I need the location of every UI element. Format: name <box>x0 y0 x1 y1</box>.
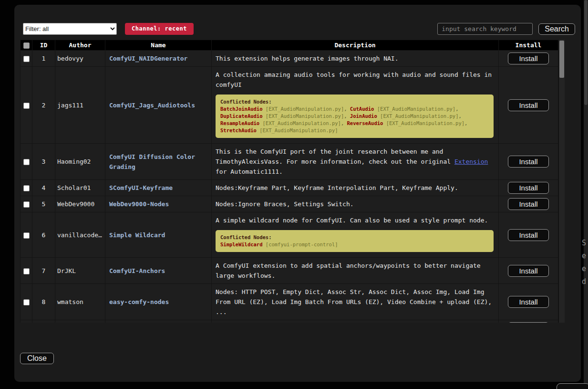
row-name-cell: ComfyUI_NAIDGenerator <box>105 51 212 67</box>
table-row: 3Haoming02ComfyUI Diffusion Color Gradin… <box>21 144 558 180</box>
search-input[interactable] <box>437 23 533 35</box>
select-all-checkbox[interactable] <box>23 42 30 49</box>
row-author: SoftMeng <box>55 320 105 323</box>
row-author: wmatson <box>55 284 105 320</box>
row-checkbox[interactable] <box>23 299 30 305</box>
close-button[interactable]: Close <box>20 353 54 364</box>
row-checkbox[interactable] <box>23 268 30 274</box>
table-row: 4Scholar01SComfyUI-KeyframeNodes:Keyfram… <box>21 180 558 196</box>
install-button[interactable]: Install <box>508 182 548 194</box>
row-id: 1 <box>32 51 55 67</box>
node-name-link[interactable]: ComfyUI Diffusion Color Grading <box>109 153 195 170</box>
row-checkbox[interactable] <box>23 159 30 165</box>
edge-glyph: d <box>582 277 588 286</box>
description-text: A collection amazing audio tools for wor… <box>216 70 495 90</box>
row-description: This extension helps generate images thr… <box>212 51 499 67</box>
node-name-link[interactable]: SComfyUI-Keyframe <box>109 184 173 191</box>
edge-glyph: S <box>582 239 588 247</box>
row-install-cell: Install <box>499 51 558 67</box>
row-id: 7 <box>32 258 55 284</box>
row-checkbox[interactable] <box>23 232 30 239</box>
install-button[interactable]: Install <box>508 265 548 277</box>
conflict-node-name: ReverseAudio <box>347 120 383 126</box>
edge-glyph: e <box>582 264 588 273</box>
conflict-ext-name: [EXT_AudioManipulation.py] <box>263 106 344 112</box>
row-id: 2 <box>32 67 55 144</box>
conflict-warning-title: Conflicted Nodes: <box>220 234 489 241</box>
table-scrollbar-thumb[interactable] <box>559 41 564 78</box>
table-row: 9SoftMengComfyUI_Mexx_StylerNodes: Comfy… <box>21 320 558 323</box>
row-name-cell: ComfyUI-Anchors <box>105 258 212 284</box>
row-install-cell: Install <box>499 320 558 323</box>
row-author: Scholar01 <box>55 180 105 196</box>
page-scrollbar[interactable] <box>584 0 588 389</box>
partially-visible-button[interactable] <box>557 383 588 389</box>
row-checkbox[interactable] <box>23 56 30 62</box>
description-text: This is the ComfyUI port of the joint re… <box>216 147 495 177</box>
node-name-link[interactable]: ComfyUI_NAIDGenerator <box>109 55 187 62</box>
edge-glyph: e <box>582 252 588 260</box>
nodes-table: ID Author Name Description Install 1bedo… <box>20 40 558 323</box>
row-install-cell: Install <box>499 258 558 284</box>
row-checkbox[interactable] <box>23 103 30 109</box>
conflict-ext-name: [comfyui-prompt-control] <box>263 242 338 247</box>
conflict-ext-name: [EXT_AudioManipulation.py] <box>263 113 344 119</box>
table-row: 5WebDev9000WebDev9000-NodesNodes:Ignore … <box>21 196 558 212</box>
install-custom-nodes-dialog: Filter: all Channel: recent Search ID Au… <box>14 5 581 382</box>
row-author: bedovyy <box>55 51 105 67</box>
page-scrollbar-thumb[interactable] <box>584 0 588 105</box>
row-install-cell: Install <box>499 180 558 196</box>
description-text: Nodes:Ignore Braces, Settings Switch. <box>216 199 495 209</box>
install-button[interactable]: Install <box>508 322 548 323</box>
conflict-node-name: DuplicateAudio <box>220 113 263 119</box>
install-button[interactable]: Install <box>508 99 548 111</box>
background-edge-text: Seed <box>582 239 588 286</box>
row-select-cell <box>21 258 32 284</box>
conflict-node-name: ResampleAudio <box>220 120 259 126</box>
dialog-toolbar: Filter: all Channel: recent Search <box>23 22 575 35</box>
node-name-link[interactable]: easy-comfy-nodes <box>109 298 169 305</box>
description-text: This extension helps generate images thr… <box>216 53 495 63</box>
row-name-cell: WebDev9000-Nodes <box>105 196 212 212</box>
row-install-cell: Install <box>499 67 558 144</box>
row-install-cell: Install <box>499 284 558 320</box>
row-id: 6 <box>32 212 55 258</box>
row-select-cell <box>21 284 32 320</box>
conflict-ext-name: [EXT_AudioManipulation.py] <box>374 106 455 112</box>
conflict-node-name: JoinAudio <box>350 113 377 119</box>
row-author: WebDev9000 <box>55 196 105 212</box>
row-description: A collection amazing audio tools for wor… <box>212 67 499 144</box>
row-name-cell: ComfyUI_Jags_Audiotools <box>105 67 212 144</box>
conflict-warning-box: Conflicted Nodes:SimpleWildcard [comfyui… <box>216 230 494 252</box>
install-button[interactable]: Install <box>508 198 548 210</box>
description-link[interactable]: Extension <box>454 158 488 165</box>
conflict-node-name: CutAudio <box>350 106 374 112</box>
table-scrollbar[interactable] <box>558 40 565 323</box>
row-author: vanillacode314 <box>55 212 105 258</box>
install-button[interactable]: Install <box>508 296 548 308</box>
row-name-cell: easy-comfy-nodes <box>105 284 212 320</box>
search-button[interactable]: Search <box>538 23 575 35</box>
row-description: Nodes: ComfyUI Mexx Styler, ComfyUI Mexx… <box>212 320 499 323</box>
conflict-ext-name: [EXT_AudioManipulation.py] <box>257 127 338 133</box>
row-select-cell <box>21 51 32 67</box>
filter-select[interactable]: Filter: all <box>23 23 117 35</box>
node-name-link[interactable]: ComfyUI_Jags_Audiotools <box>109 102 195 109</box>
install-button[interactable]: Install <box>508 156 548 168</box>
row-checkbox[interactable] <box>23 185 30 191</box>
row-select-cell <box>21 212 32 258</box>
node-name-link[interactable]: ComfyUI-Anchors <box>109 267 165 274</box>
row-description: A ComfyUI extension to add spatial ancho… <box>212 258 499 284</box>
row-name-cell: ComfyUI Diffusion Color Grading <box>105 144 212 180</box>
nodes-table-body: 1bedovyyComfyUI_NAIDGeneratorThis extens… <box>21 51 558 323</box>
row-install-cell: Install <box>499 144 558 180</box>
node-name-link[interactable]: Simple Wildcard <box>109 231 165 239</box>
row-checkbox[interactable] <box>23 201 30 208</box>
channel-badge: Channel: recent <box>125 23 194 35</box>
table-row: 2jags111ComfyUI_Jags_AudiotoolsA collect… <box>21 67 558 144</box>
conflict-ext-name: [EXT_AudioManipulation.py] <box>377 113 459 119</box>
row-description: This is the ComfyUI port of the joint re… <box>212 144 499 180</box>
node-name-link[interactable]: WebDev9000-Nodes <box>109 200 169 208</box>
install-button[interactable]: Install <box>508 53 548 64</box>
install-button[interactable]: Install <box>508 229 548 241</box>
